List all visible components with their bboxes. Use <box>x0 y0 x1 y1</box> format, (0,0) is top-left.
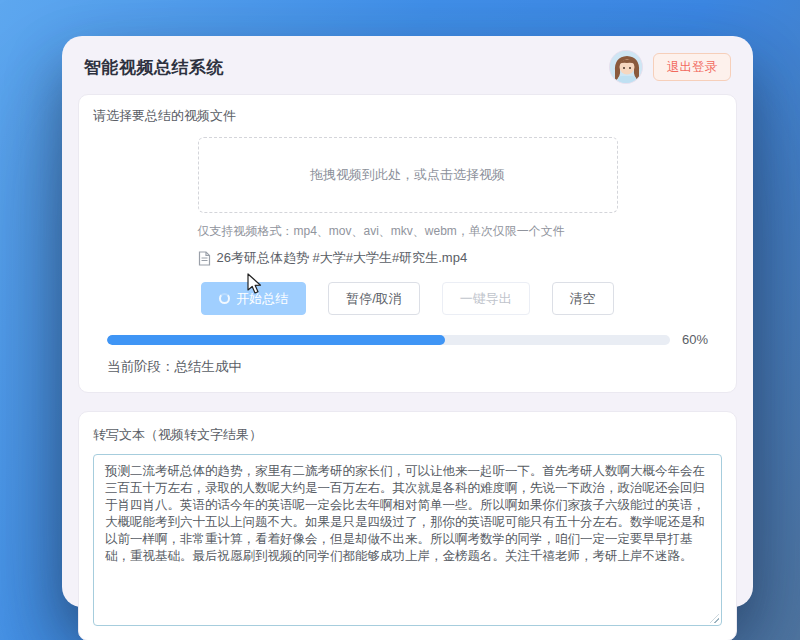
export-button[interactable]: 一键导出 <box>442 282 530 315</box>
dropzone-hint: 拖拽视频到此处，或点击选择视频 <box>310 166 505 184</box>
transcript-section-label: 转写文本（视频转文字结果） <box>93 426 722 444</box>
action-button-row: 开始总结 暂停/取消 一键导出 清空 <box>93 282 722 315</box>
progress-percent-label: 60% <box>682 332 708 347</box>
progress-bar <box>107 335 670 345</box>
pause-cancel-button[interactable]: 暂停/取消 <box>328 282 420 315</box>
avatar-girl-icon <box>610 51 643 84</box>
transcript-textarea[interactable]: 预测二流考研总体的趋势，家里有二旒考研的家长们，可以让他来一起听一下。首先考研人… <box>93 454 722 626</box>
upload-card: 请选择要总结的视频文件 拖拽视频到此处，或点击选择视频 仅支持视频格式：mp4、… <box>78 94 737 393</box>
transcript-card: 转写文本（视频转文字结果） 预测二流考研总体的趋势，家里有二旒考研的家长们，可以… <box>78 411 737 640</box>
progress-row: 60% <box>107 332 708 347</box>
progress-fill <box>107 335 445 345</box>
app-window: 智能视频总结系统 退出登录 请选择要总结的视频文件 <box>62 36 753 607</box>
upload-meta: 仅支持视频格式：mp4、mov、avi、mkv、webm，单次仅限一个文件 26… <box>198 223 618 267</box>
app-title: 智能视频总结系统 <box>84 56 224 79</box>
selected-file-row: 26考研总体趋势 #大学#大学生#研究生.mp4 <box>198 249 618 267</box>
start-summary-label: 开始总结 <box>236 292 288 305</box>
loading-spinner-icon <box>219 293 230 304</box>
format-tip: 仅支持视频格式：mp4、mov、avi、mkv、webm，单次仅限一个文件 <box>198 223 618 240</box>
upload-section-label: 请选择要总结的视频文件 <box>93 107 722 125</box>
desktop-background: 智能视频总结系统 退出登录 请选择要总结的视频文件 <box>0 0 800 640</box>
transcript-wrap: 预测二流考研总体的趋势，家里有二旒考研的家长们，可以让他来一起听一下。首先考研人… <box>93 454 722 626</box>
user-avatar[interactable] <box>609 50 643 84</box>
document-icon <box>198 251 211 266</box>
selected-file-name: 26考研总体趋势 #大学#大学生#研究生.mp4 <box>217 249 468 267</box>
video-dropzone[interactable]: 拖拽视频到此处，或点击选择视频 <box>198 137 618 213</box>
app-header: 智能视频总结系统 退出登录 <box>62 36 753 94</box>
user-group: 退出登录 <box>609 50 731 84</box>
start-summary-button[interactable]: 开始总结 <box>201 282 306 315</box>
current-stage-label: 当前阶段：总结生成中 <box>107 358 708 376</box>
logout-button[interactable]: 退出登录 <box>653 53 731 82</box>
clear-button[interactable]: 清空 <box>552 282 614 315</box>
